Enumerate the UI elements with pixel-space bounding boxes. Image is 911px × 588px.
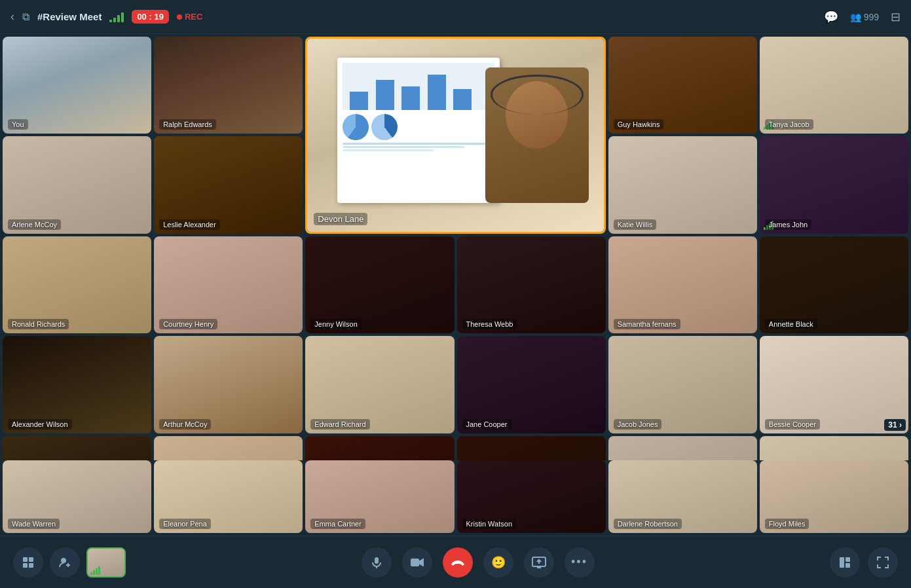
badge-31: 31 › xyxy=(884,419,906,431)
name-tag-devon: Devon Lane xyxy=(314,213,367,225)
name-tag-annette: Annette Black xyxy=(765,319,817,329)
video-cell-james[interactable]: James John xyxy=(760,136,908,233)
svg-rect-2 xyxy=(23,563,28,568)
participant-count[interactable]: 👥 999 xyxy=(850,12,879,22)
end-call-button[interactable] xyxy=(443,547,473,578)
rec-indicator: REC xyxy=(177,12,202,22)
video-cell-annette[interactable]: Annette Black xyxy=(760,236,908,333)
svg-rect-12 xyxy=(846,557,850,562)
video-cell-jacob[interactable]: Jacob Jones xyxy=(608,336,757,433)
video-cell-ralph[interactable]: Ralph Edwards xyxy=(154,37,303,134)
video-cell-arlene[interactable]: Arlene McCoy xyxy=(3,136,151,233)
video-cell-arthur[interactable]: Arthur McCoy xyxy=(154,336,303,433)
more-dots-icon: ••• xyxy=(571,555,587,569)
video-cell-you[interactable]: You xyxy=(3,37,151,134)
name-tag-katie: Katie Willis xyxy=(614,219,657,230)
name-tag-arthur: Arthur McCoy xyxy=(159,419,211,430)
grid-view-button[interactable] xyxy=(13,547,43,578)
name-tag-ronald: Ronald Richards xyxy=(8,319,69,329)
svg-rect-0 xyxy=(23,557,28,562)
video-cell-samantha[interactable]: Samantha fernans xyxy=(608,236,757,333)
svg-rect-13 xyxy=(846,563,850,568)
video-cell-devon[interactable]: Devon Lane xyxy=(305,37,605,234)
svg-point-4 xyxy=(61,558,66,563)
name-tag-jane: Jane Cooper xyxy=(462,419,511,430)
top-bar-left: ‹ ⧉ #Review Meet 00 : 19 REC xyxy=(10,10,202,24)
bottom-left-controls xyxy=(13,547,126,578)
screen-share-icon: ⧉ xyxy=(22,11,29,23)
back-button[interactable]: ‹ xyxy=(10,10,14,24)
bottom-right-controls xyxy=(830,547,898,578)
svg-rect-11 xyxy=(840,557,844,568)
video-cell-leslie[interactable]: Leslie Alexander xyxy=(154,136,303,233)
top-bar: ‹ ⧉ #Review Meet 00 : 19 REC 💬 👥 999 ⊟ xyxy=(0,0,911,34)
video-cell-tanya[interactable]: Tanya Jacob xyxy=(760,37,908,134)
name-tag-leslie: Leslie Alexander xyxy=(159,219,220,230)
video-cell-wade[interactable]: Wade Warren xyxy=(3,460,151,533)
chat-icon[interactable]: 💬 xyxy=(824,10,838,24)
video-cell-theresa[interactable]: Theresa Webb xyxy=(457,236,606,333)
video-cell-kristin[interactable]: Kristin Watson xyxy=(457,460,606,533)
name-tag-tanya: Tanya Jacob xyxy=(765,119,813,130)
name-tag-edward: Edward Richard xyxy=(310,419,369,430)
fullscreen-button[interactable] xyxy=(868,547,898,578)
screen-share-button[interactable] xyxy=(524,547,554,578)
name-tag-guy: Guy Hawkins xyxy=(614,119,664,130)
name-tag-bessie: Bessie Cooper xyxy=(765,419,820,430)
video-cell-ronald[interactable]: Ronald Richards xyxy=(3,236,151,333)
emoji-reaction-button[interactable]: 🙂 xyxy=(483,547,513,578)
name-tag-you: You xyxy=(8,119,28,130)
video-cell-eleanor[interactable]: Eleanor Pena xyxy=(154,460,303,533)
name-tag-wade: Wade Warren xyxy=(8,519,60,529)
name-tag-arlene: Arlene McCoy xyxy=(8,219,61,230)
name-tag-ralph: Ralph Edwards xyxy=(159,119,216,130)
name-tag-alex: Alexander Wilson xyxy=(8,419,72,430)
name-tag-eleanor: Eleanor Pena xyxy=(159,519,211,529)
emoji-icon: 🙂 xyxy=(491,555,506,570)
more-options-icon[interactable]: ⊟ xyxy=(891,10,901,24)
meeting-title: #Review Meet xyxy=(37,11,102,22)
name-tag-james: James John xyxy=(765,219,811,230)
name-tag-darlene: Darlene Robertson xyxy=(614,519,682,529)
layout-button[interactable] xyxy=(830,547,860,578)
name-tag-jenny: Jenny Wilson xyxy=(310,319,361,329)
video-cell-darlene[interactable]: Darlene Robertson xyxy=(608,460,757,533)
video-cell-courtney[interactable]: Courtney Henry xyxy=(154,236,303,333)
name-tag-emma: Emma Cartner xyxy=(310,519,365,529)
svg-rect-9 xyxy=(411,559,419,566)
video-cell-edward[interactable]: Edward Richard xyxy=(305,336,454,433)
video-cell-guy[interactable]: Guy Hawkins xyxy=(608,37,757,134)
timer-badge: 00 : 19 xyxy=(132,10,168,24)
rec-dot xyxy=(177,14,182,20)
video-cell-alex[interactable]: Alexander Wilson xyxy=(3,336,151,433)
video-cell-jane[interactable]: Jane Cooper xyxy=(457,336,606,433)
mute-mic-button[interactable] xyxy=(362,547,392,578)
video-cell-emma[interactable]: Emma Cartner xyxy=(305,460,454,533)
name-tag-samantha: Samantha fernans xyxy=(614,319,680,329)
svg-rect-7 xyxy=(375,557,379,564)
name-tag-theresa: Theresa Webb xyxy=(462,319,517,329)
svg-rect-3 xyxy=(29,563,33,568)
top-bar-right: 💬 👥 999 ⊟ xyxy=(824,10,901,24)
video-cell-jenny[interactable]: Jenny Wilson xyxy=(305,236,454,333)
self-preview[interactable] xyxy=(86,547,126,578)
name-tag-jacob: Jacob Jones xyxy=(614,419,662,430)
toggle-video-button[interactable] xyxy=(402,547,432,578)
rec-label: REC xyxy=(185,12,202,22)
bottom-bar: 🙂 ••• xyxy=(0,536,911,588)
bottom-center-controls: 🙂 ••• xyxy=(362,547,595,578)
name-tag-courtney: Courtney Henry xyxy=(159,319,217,329)
video-cell-floyd[interactable]: Floyd Miles xyxy=(760,460,908,533)
more-options-button[interactable]: ••• xyxy=(565,547,595,578)
name-tag-floyd: Floyd Miles xyxy=(765,519,809,529)
video-cell-bessie[interactable]: Bessie Cooper 31 › xyxy=(760,336,908,433)
signal-strength-icon xyxy=(109,12,124,22)
name-tag-kristin: Kristin Watson xyxy=(462,519,517,529)
add-participant-button[interactable] xyxy=(50,547,80,578)
svg-rect-1 xyxy=(29,557,33,562)
video-cell-katie[interactable]: Katie Willis xyxy=(608,136,757,233)
